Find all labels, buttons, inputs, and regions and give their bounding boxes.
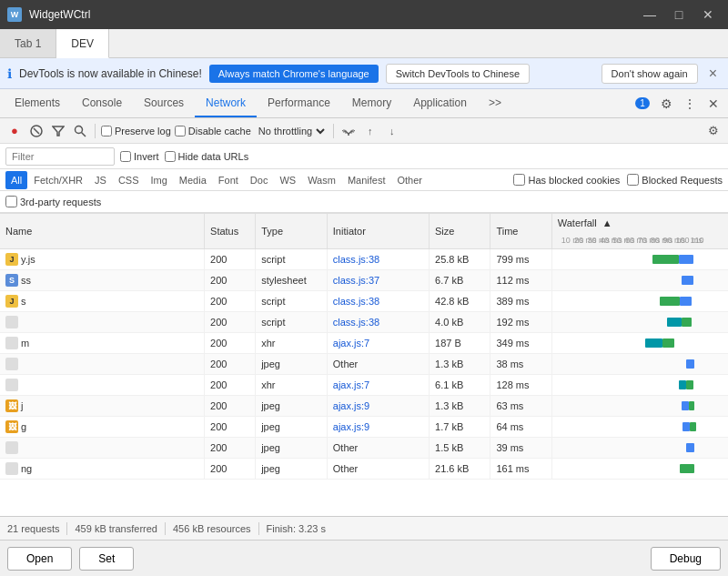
settings-icon-button[interactable]: ⚙ bbox=[655, 93, 677, 115]
cell-time: 799 ms bbox=[490, 249, 551, 270]
col-header-time[interactable]: Time bbox=[490, 214, 551, 249]
record-button[interactable]: ● bbox=[5, 122, 24, 140]
wifi-icon-button[interactable] bbox=[339, 122, 358, 140]
initiator-link[interactable]: class.js:38 bbox=[333, 254, 379, 265]
cell-time: 389 ms bbox=[490, 291, 551, 312]
cell-status: 200 bbox=[205, 438, 256, 459]
col-header-name[interactable]: Name bbox=[0, 214, 205, 249]
throttling-select[interactable]: No throttling Fast 3G Slow 3G Offline bbox=[255, 125, 328, 137]
initiator-link[interactable]: ajax.js:9 bbox=[333, 421, 369, 432]
cell-type: script bbox=[256, 291, 328, 312]
type-filter-btn-manifest[interactable]: Manifest bbox=[342, 171, 391, 189]
chat-icon-button[interactable]: 1 bbox=[632, 93, 653, 115]
search-icon-button[interactable] bbox=[71, 122, 89, 140]
debug-button[interactable]: Debug bbox=[651, 547, 721, 571]
table-row[interactable]: 200scriptclass.js:384.0 kB192 ms bbox=[0, 312, 728, 333]
waterfall-bar bbox=[667, 318, 682, 327]
minimize-button[interactable]: — bbox=[637, 5, 662, 25]
row-type-icon: S bbox=[5, 274, 18, 287]
col-header-type[interactable]: Type bbox=[256, 214, 328, 249]
cell-size: 6.1 kB bbox=[430, 375, 490, 396]
row-type-icon: J bbox=[5, 295, 18, 308]
download-icon-button[interactable]: ↓ bbox=[383, 122, 401, 140]
blocked-requests-checkbox[interactable]: Blocked Requests bbox=[627, 174, 723, 186]
cell-size: 1.7 kB bbox=[430, 417, 490, 438]
tab-elements[interactable]: Elements bbox=[4, 89, 71, 117]
cell-name: ng bbox=[0, 459, 205, 480]
table-row[interactable]: m200xhrajax.js:7187 B349 ms bbox=[0, 333, 728, 354]
clear-button[interactable] bbox=[27, 122, 46, 140]
tab-performance[interactable]: Performance bbox=[257, 89, 341, 117]
table-header-row: Name Status Type Initiator Size Time Wat… bbox=[0, 214, 728, 249]
table-row[interactable]: Jy.js200scriptclass.js:3825.8 kB799 ms bbox=[0, 249, 728, 270]
table-row[interactable]: 200jpegOther1.3 kB38 ms bbox=[0, 354, 728, 375]
type-filter-btn-img[interactable]: Img bbox=[146, 171, 173, 189]
type-filter-btn-css[interactable]: CSS bbox=[113, 171, 145, 189]
cell-initiator: Other bbox=[327, 438, 429, 459]
table-row[interactable]: 🖼g200jpegajax.js:91.7 kB64 ms bbox=[0, 417, 728, 438]
network-table-container[interactable]: Name Status Type Initiator Size Time Wat… bbox=[0, 213, 728, 516]
invert-checkbox[interactable]: Invert bbox=[120, 151, 159, 162]
tab-network[interactable]: Network bbox=[195, 89, 257, 117]
network-table-area: Name Status Type Initiator Size Time Wat… bbox=[0, 213, 728, 516]
cell-name: m bbox=[0, 333, 205, 354]
devtools-close-button[interactable]: ✕ bbox=[703, 93, 724, 115]
match-language-button[interactable]: Always match Chrome's language bbox=[209, 65, 379, 83]
disable-cache-checkbox[interactable]: Disable cache bbox=[175, 126, 251, 136]
col-header-waterfall[interactable]: Waterfall ▲ 10 ms20 ms30 ms40 ms50 ms60 … bbox=[551, 214, 728, 249]
type-filter-btn-fetch/xhr[interactable]: Fetch/XHR bbox=[28, 171, 88, 189]
tab-console[interactable]: Console bbox=[71, 89, 133, 117]
initiator-link[interactable]: ajax.js:7 bbox=[333, 338, 369, 349]
preserve-log-checkbox[interactable]: Preserve log bbox=[101, 126, 171, 136]
finish-time: Finish: 3.23 s bbox=[267, 523, 326, 534]
col-header-size[interactable]: Size bbox=[430, 214, 490, 249]
type-filter-btn-js[interactable]: JS bbox=[89, 171, 112, 189]
table-row[interactable]: 200xhrajax.js:76.1 kB128 ms bbox=[0, 375, 728, 396]
notification-close-button[interactable]: × bbox=[705, 65, 721, 83]
cell-time: 39 ms bbox=[490, 438, 551, 459]
col-header-initiator[interactable]: Initiator bbox=[327, 214, 429, 249]
type-filter-btn-wasm[interactable]: Wasm bbox=[302, 171, 341, 189]
network-settings-button[interactable]: ⚙ bbox=[704, 122, 723, 140]
tab-more[interactable]: >> bbox=[478, 89, 512, 117]
initiator-link[interactable]: class.js:38 bbox=[333, 317, 379, 328]
requests-count: 21 requests bbox=[7, 523, 59, 534]
tab-sources[interactable]: Sources bbox=[133, 89, 195, 117]
table-row[interactable]: 🖼j200jpegajax.js:91.3 kB63 ms bbox=[0, 396, 728, 417]
type-filter-btn-doc[interactable]: Doc bbox=[245, 171, 274, 189]
switch-chinese-button[interactable]: Switch DevTools to Chinese bbox=[386, 64, 530, 84]
initiator-link[interactable]: ajax.js:9 bbox=[333, 400, 369, 411]
third-party-checkbox[interactable]: 3rd-party requests bbox=[5, 196, 101, 207]
tab-application[interactable]: Application bbox=[402, 89, 478, 117]
tab-dev[interactable]: DEV bbox=[56, 29, 109, 58]
table-row[interactable]: Js200scriptclass.js:3842.8 kB389 ms bbox=[0, 291, 728, 312]
set-button[interactable]: Set bbox=[79, 547, 134, 571]
type-filter-btn-other[interactable]: Other bbox=[391, 171, 428, 189]
table-row[interactable]: 200jpegOther1.5 kB39 ms bbox=[0, 438, 728, 459]
type-filter-btn-media[interactable]: Media bbox=[174, 171, 212, 189]
tab-tab1[interactable]: Tab 1 bbox=[0, 29, 56, 57]
table-row[interactable]: Sss200stylesheetclass.js:376.7 kB112 ms bbox=[0, 270, 728, 291]
initiator-link[interactable]: ajax.js:7 bbox=[333, 379, 369, 390]
initiator-link[interactable]: class.js:37 bbox=[333, 275, 379, 286]
dont-show-button[interactable]: Don't show again bbox=[602, 64, 698, 84]
initiator-link[interactable]: class.js:38 bbox=[333, 296, 379, 307]
cell-status: 200 bbox=[205, 459, 256, 480]
type-filter-btn-font[interactable]: Font bbox=[213, 171, 244, 189]
cell-type: jpeg bbox=[256, 417, 328, 438]
type-filter-btn-ws[interactable]: WS bbox=[274, 171, 301, 189]
close-button[interactable]: ✕ bbox=[695, 5, 721, 25]
hide-data-urls-checkbox[interactable]: Hide data URLs bbox=[165, 151, 249, 162]
col-header-status[interactable]: Status bbox=[205, 214, 256, 249]
type-filter-btn-all[interactable]: All bbox=[5, 171, 27, 189]
filter-input[interactable] bbox=[5, 147, 115, 166]
tab-memory[interactable]: Memory bbox=[341, 89, 402, 117]
has-blocked-cookies-checkbox[interactable]: Has blocked cookies bbox=[513, 174, 620, 186]
maximize-button[interactable]: □ bbox=[666, 5, 692, 25]
row-name-text: ng bbox=[21, 463, 32, 474]
upload-icon-button[interactable]: ↑ bbox=[361, 122, 379, 140]
open-button[interactable]: Open bbox=[7, 547, 72, 571]
menu-icon-button[interactable]: ⋮ bbox=[679, 93, 701, 115]
table-row[interactable]: ng200jpegOther21.6 kB161 ms bbox=[0, 459, 728, 480]
filter-icon-button[interactable] bbox=[49, 122, 67, 140]
